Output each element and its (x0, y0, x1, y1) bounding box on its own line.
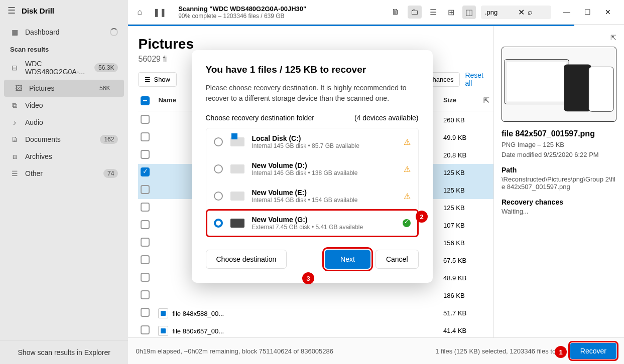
destination-sub: Internal 145 GB disk • 85.7 GB available (252, 142, 396, 149)
destination-item[interactable]: New Volume (D:)Internal 146 GB disk • 13… (206, 155, 418, 183)
drive-icon (230, 137, 244, 146)
destination-name: New Volume (E:) (252, 189, 396, 197)
drive-icon (230, 164, 244, 173)
next-button[interactable]: Next (325, 250, 370, 269)
modal-description: Please choose recovery destination. It i… (206, 83, 419, 104)
destination-item[interactable]: Local Disk (C:)Internal 145 GB disk • 85… (206, 128, 418, 155)
choose-folder-label: Choose recovery destination folder (206, 114, 314, 122)
destination-name: Local Disk (C:) (252, 134, 396, 142)
destination-radio[interactable] (214, 164, 223, 173)
callout-2: 2 (416, 211, 428, 223)
choose-destination-button[interactable]: Choose destination (206, 250, 287, 269)
ok-icon (403, 219, 411, 227)
callout-3: 3 (302, 272, 314, 284)
drive-icon (230, 219, 244, 228)
destination-radio[interactable] (214, 192, 223, 201)
destination-list: Local Disk (C:)Internal 145 GB disk • 85… (206, 128, 419, 237)
warning-icon: ⚠ (404, 192, 411, 201)
destination-sub: Internal 154 GB disk • 154 GB available (252, 197, 396, 204)
destination-item[interactable]: New Volume (E:)Internal 154 GB disk • 15… (206, 183, 418, 210)
destination-name: New Volume (G:) (252, 216, 395, 224)
cancel-button[interactable]: Cancel (376, 250, 419, 269)
destination-radio[interactable] (214, 137, 223, 146)
destination-name: New Volume (D:) (252, 161, 396, 169)
destination-sub: Internal 146 GB disk • 138 GB available (252, 169, 396, 176)
devices-available-label: (4 devices available) (354, 114, 419, 122)
callout-1: 1 (555, 346, 567, 358)
warning-icon: ⚠ (404, 164, 411, 174)
destination-sub: External 7.45 GB disk • 5.41 GB availabl… (252, 224, 395, 231)
drive-icon (230, 192, 244, 201)
destination-item[interactable]: New Volume (G:)External 7.45 GB disk • 5… (206, 210, 418, 237)
modal-overlay: You have 1 files / 125 KB to recover Ple… (0, 0, 624, 364)
warning-icon: ⚠ (404, 137, 411, 147)
modal-title: You have 1 files / 125 KB to recover (206, 64, 419, 75)
destination-radio[interactable] (214, 219, 223, 228)
recovery-modal: You have 1 files / 125 KB to recover Ple… (192, 50, 433, 283)
